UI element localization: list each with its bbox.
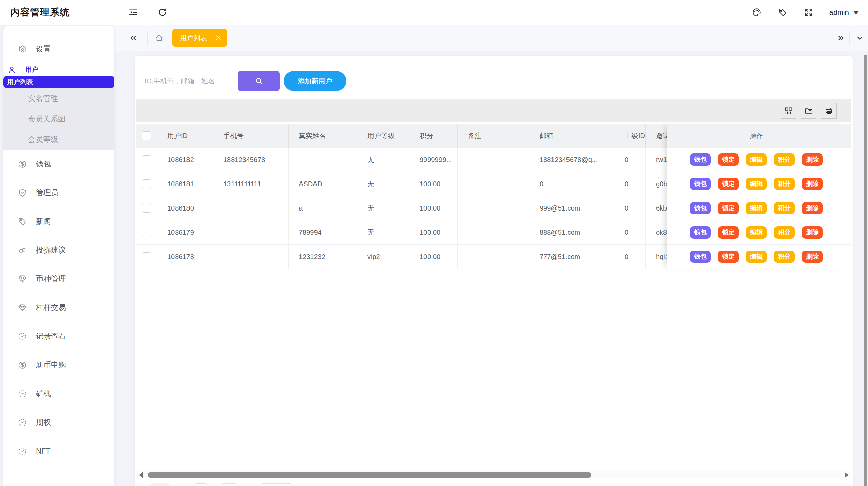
search-button[interactable] <box>238 71 280 91</box>
double-chevron-right-icon[interactable] <box>833 25 849 51</box>
scroll-right-arrow[interactable] <box>845 472 849 478</box>
topbar-right: admin <box>752 0 859 25</box>
double-chevron-left-icon[interactable] <box>125 25 141 51</box>
edit-action-button[interactable]: 编辑 <box>746 226 767 239</box>
sidebar-item-new-coin[interactable]: 新币申购 <box>3 351 114 379</box>
edit-action-button[interactable]: 编辑 <box>746 202 767 214</box>
points-action-button[interactable]: 积分 <box>774 178 795 190</box>
user-menu-label: admin <box>829 8 849 16</box>
sidebar-item-settings[interactable]: 设置 <box>3 35 114 64</box>
pagination-select[interactable] <box>260 483 293 486</box>
sidebar-item-user-list[interactable]: 用户列表 <box>3 76 114 88</box>
sidebar-item-member-level[interactable]: 会员等级 <box>3 129 114 150</box>
pagination-button[interactable] <box>193 483 208 486</box>
lock-action-button[interactable]: 锁定 <box>718 178 739 190</box>
fullscreen-icon[interactable] <box>803 7 814 17</box>
wallet-action-button[interactable]: 钱包 <box>690 202 711 214</box>
cell-parent-id: 0 <box>614 245 646 269</box>
points-action-button[interactable]: 积分 <box>774 226 795 239</box>
scroll-left-arrow[interactable] <box>139 472 143 478</box>
sidebar-item-options[interactable]: 期权 <box>3 408 114 437</box>
row-checkbox-cell <box>136 245 157 269</box>
row-checkbox[interactable] <box>142 204 151 213</box>
cell-remark <box>458 220 529 244</box>
export-icon[interactable] <box>801 103 816 119</box>
sidebar-item-member-graph[interactable]: 会员关系图 <box>3 109 114 129</box>
cell-level: 无 <box>357 148 409 172</box>
sidebar-item-admins[interactable]: 管理员 <box>3 178 114 207</box>
select-all-checkbox[interactable] <box>142 131 151 140</box>
sidebar-item-currency[interactable]: 币种管理 <box>3 265 114 293</box>
wallet-action-button[interactable]: 钱包 <box>690 153 711 166</box>
edit-action-button[interactable]: 编辑 <box>746 153 767 166</box>
shield-check-icon <box>18 188 27 198</box>
col-header-real-name: 真实姓名 <box>289 124 357 148</box>
gem-icon <box>18 303 27 312</box>
horizontal-scroll-track[interactable] <box>146 472 841 478</box>
lock-action-button[interactable]: 锁定 <box>718 153 739 166</box>
sidebar-item-news[interactable]: 新闻 <box>3 207 114 236</box>
wallet-action-button[interactable]: 钱包 <box>690 178 711 190</box>
sidebar-item-feedback[interactable]: 投拆建议 <box>3 236 114 265</box>
sidebar: 设置 用户 用户列表 实名管理 会员关系图 会员等级 钱包 管理员 <box>3 26 114 486</box>
columns-icon[interactable] <box>781 103 796 119</box>
delete-action-button[interactable]: 删除 <box>802 251 823 263</box>
cell-remark <box>458 245 529 269</box>
add-user-button[interactable]: 添加新用户 <box>284 71 346 91</box>
sidebar-item-leverage[interactable]: 杠杆交易 <box>3 293 114 322</box>
close-icon[interactable]: ✕ <box>215 34 222 42</box>
edit-action-button[interactable]: 编辑 <box>746 178 767 190</box>
sidebar-item-records[interactable]: 记录查看 <box>3 322 114 351</box>
delete-action-button[interactable]: 删除 <box>802 226 823 239</box>
menu-fold-icon[interactable] <box>124 0 143 25</box>
row-checkbox[interactable] <box>142 179 151 188</box>
lock-action-button[interactable]: 锁定 <box>718 226 739 239</box>
cell-remark <box>458 196 529 220</box>
horizontal-scroll-thumb[interactable] <box>148 472 591 478</box>
sidebar-item-label: 记录查看 <box>36 331 66 341</box>
row-checkbox[interactable] <box>142 228 151 237</box>
lock-action-button[interactable]: 锁定 <box>718 251 739 263</box>
lock-action-button[interactable]: 锁定 <box>718 202 739 214</box>
pagination-button[interactable] <box>221 483 238 486</box>
points-action-button[interactable]: 积分 <box>774 153 795 166</box>
pagination-button[interactable] <box>150 483 169 486</box>
row-checkbox[interactable] <box>142 155 151 164</box>
print-icon[interactable] <box>821 103 837 119</box>
home-icon[interactable] <box>151 25 167 51</box>
cell-email: 999@51.com <box>529 196 614 220</box>
vertical-scroll-thumb[interactable] <box>864 55 867 486</box>
points-action-button[interactable]: 积分 <box>774 202 795 214</box>
chevron-down-icon[interactable] <box>852 25 868 51</box>
edit-action-button[interactable]: 编辑 <box>746 251 767 263</box>
palette-icon[interactable] <box>752 7 762 17</box>
sidebar-item-users[interactable]: 用户 <box>3 64 114 76</box>
sidebar-item-wallet[interactable]: 钱包 <box>3 150 114 178</box>
fixed-action-column: 操作 钱包锁定编辑积分删除钱包锁定编辑积分删除钱包锁定编辑积分删除钱包锁定编辑积… <box>667 124 845 269</box>
col-header-email: 邮箱 <box>529 124 614 148</box>
user-menu[interactable]: admin <box>829 8 859 16</box>
cell-remark <box>458 172 529 196</box>
select-all-cell <box>136 124 157 148</box>
delete-action-button[interactable]: 删除 <box>802 153 823 166</box>
wallet-action-button[interactable]: 钱包 <box>690 251 711 263</box>
row-actions: 钱包锁定编辑积分删除 <box>667 172 845 196</box>
table-toolbar <box>136 99 851 122</box>
refresh-icon[interactable] <box>153 0 172 25</box>
sidebar-item-miner[interactable]: 矿机 <box>3 379 114 408</box>
tab-user-list[interactable]: 用户列表 ✕ <box>172 29 227 47</box>
row-checkbox[interactable] <box>142 252 151 261</box>
delete-action-button[interactable]: 删除 <box>802 202 823 214</box>
sidebar-item-nft[interactable]: NFT <box>3 437 114 465</box>
delete-action-button[interactable]: 删除 <box>802 178 823 190</box>
wallet-action-button[interactable]: 钱包 <box>690 226 711 239</box>
sidebar-item-label: 新币申购 <box>36 360 66 370</box>
vertical-scrollbar[interactable] <box>863 51 868 486</box>
points-action-button[interactable]: 积分 <box>774 251 795 263</box>
tag-icon[interactable] <box>778 7 788 17</box>
cell-real-name: ASDAD <box>289 172 357 196</box>
cell-real-name: -- <box>289 148 357 172</box>
search-input[interactable] <box>139 71 232 91</box>
sidebar-item-realname[interactable]: 实名管理 <box>3 88 114 109</box>
row-checkbox-cell <box>136 220 157 244</box>
